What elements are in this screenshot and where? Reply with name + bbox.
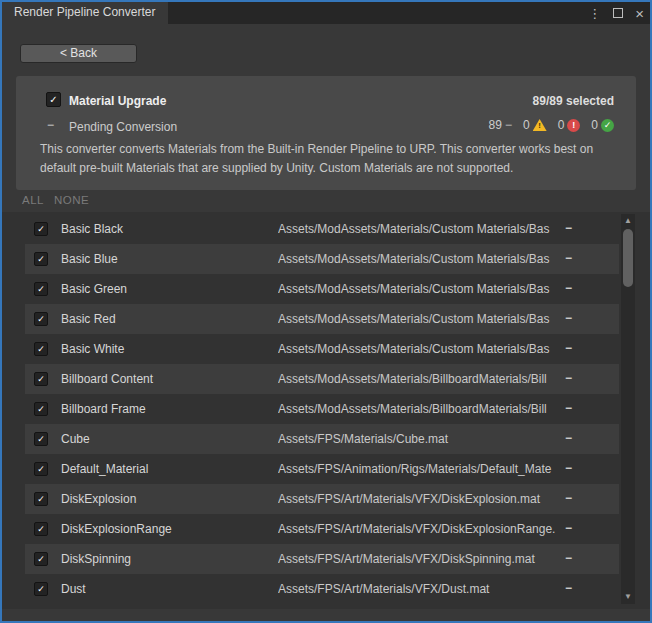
conversion-list-row[interactable]: ✓ Billboard Frame Assets/ModAssets/Mater… — [25, 394, 619, 424]
item-checkbox[interactable]: ✓ — [34, 342, 48, 356]
item-status-dash-icon: − — [565, 251, 572, 265]
maximize-icon[interactable] — [613, 8, 623, 18]
warning-count: 0 — [523, 118, 530, 132]
conversion-list-row[interactable]: ✓ Basic White Assets/ModAssets/Materials… — [25, 334, 619, 364]
item-name: Cube — [61, 432, 90, 446]
success-icon: ✓ — [601, 119, 614, 132]
converter-description: This converter converts Materials from t… — [40, 140, 616, 178]
item-path: Assets/FPS/Materials/Cube.mat — [278, 432, 556, 446]
success-count-group: 0 ✓ — [591, 118, 614, 132]
window-title: Render Pipeline Converter — [14, 5, 155, 19]
conversion-list-row[interactable]: ✓ Basic Blue Assets/ModAssets/Materials/… — [25, 244, 619, 274]
check-icon: ✓ — [37, 434, 45, 444]
item-checkbox[interactable]: ✓ — [34, 282, 48, 296]
back-button[interactable]: < Back — [20, 44, 137, 63]
check-icon: ✓ — [37, 464, 45, 474]
item-path: Assets/FPS/Art/Materials/VFX/DiskExplosi… — [278, 492, 556, 506]
window-menu-icon[interactable]: ⋮ — [588, 7, 601, 20]
check-icon: ✓ — [37, 524, 45, 534]
conversion-rows: ✓ Basic Black Assets/ModAssets/Materials… — [2, 214, 650, 604]
item-path: Assets/FPS/Art/Materials/VFX/Dust.mat — [278, 582, 556, 596]
item-name: Billboard Content — [61, 372, 153, 386]
item-name: Basic Green — [61, 282, 127, 296]
item-checkbox[interactable]: ✓ — [34, 402, 48, 416]
item-status-dash-icon: − — [565, 521, 572, 535]
item-status-dash-icon: − — [565, 221, 572, 235]
warning-count-group: 0 ! — [523, 118, 547, 132]
conversion-list-row[interactable]: ✓ Cube Assets/FPS/Materials/Cube.mat − — [25, 424, 619, 454]
item-status-dash-icon: − — [565, 281, 572, 295]
item-name: Default_Material — [61, 462, 148, 476]
item-checkbox[interactable]: ✓ — [34, 432, 48, 446]
item-path: Assets/ModAssets/Materials/Custom Materi… — [278, 282, 556, 296]
item-checkbox[interactable]: ✓ — [34, 252, 48, 266]
item-name: DiskExplosionRange — [61, 522, 172, 536]
item-checkbox[interactable]: ✓ — [34, 222, 48, 236]
select-none-button[interactable]: NONE — [54, 194, 89, 206]
conversion-list-row[interactable]: ✓ DiskExplosionRange Assets/FPS/Art/Mate… — [25, 514, 619, 544]
pending-status-icon: − — [505, 118, 512, 132]
item-status-dash-icon: − — [565, 401, 572, 415]
item-status-dash-icon: − — [565, 461, 572, 475]
item-path: Assets/ModAssets/Materials/BillboardMate… — [278, 402, 556, 416]
error-icon: ! — [567, 119, 580, 132]
converter-panel: ✓ Material Upgrade 89/89 selected − Pend… — [16, 76, 636, 190]
check-icon: ✓ — [37, 314, 45, 324]
item-checkbox[interactable]: ✓ — [34, 582, 48, 596]
conversion-list-row[interactable]: ✓ DiskSpinning Assets/FPS/Art/Materials/… — [25, 544, 619, 574]
check-icon: ✓ — [37, 584, 45, 594]
check-icon: ✓ — [37, 494, 45, 504]
conversion-status-counts: 89 − 0 ! 0 ! 0 ✓ — [478, 117, 614, 133]
item-path: Assets/ModAssets/Materials/Custom Materi… — [278, 312, 556, 326]
scroll-down-icon[interactable]: ▼ — [621, 591, 635, 603]
close-icon[interactable]: × — [635, 6, 644, 21]
item-status-dash-icon: − — [565, 431, 572, 445]
check-icon: ✓ — [49, 94, 57, 105]
warning-icon: ! — [533, 119, 547, 131]
render-pipeline-converter-window: Render Pipeline Converter ⋮ × < Back ✓ M… — [0, 0, 652, 623]
check-icon: ✓ — [37, 554, 45, 564]
item-checkbox[interactable]: ✓ — [34, 462, 48, 476]
conversion-list-row[interactable]: ✓ Basic Black Assets/ModAssets/Materials… — [25, 214, 619, 244]
success-count: 0 — [591, 118, 598, 132]
titlebar: Render Pipeline Converter ⋮ × — [2, 2, 650, 24]
item-checkbox[interactable]: ✓ — [34, 492, 48, 506]
check-icon: ✓ — [37, 404, 45, 414]
check-icon: ✓ — [37, 254, 45, 264]
pending-count-group: 89 − — [489, 118, 512, 132]
scroll-up-icon[interactable]: ▲ — [621, 215, 635, 227]
scrollbar-track[interactable]: ▲ ▼ — [621, 214, 635, 604]
scrollbar-thumb[interactable] — [623, 229, 633, 287]
item-path: Assets/ModAssets/Materials/Custom Materi… — [278, 222, 556, 236]
check-icon: ✓ — [37, 344, 45, 354]
window-tab[interactable]: Render Pipeline Converter — [2, 2, 168, 24]
error-count-group: 0 ! — [558, 118, 581, 132]
check-icon: ✓ — [37, 224, 45, 234]
item-checkbox[interactable]: ✓ — [34, 522, 48, 536]
conversion-list-row[interactable]: ✓ Dust Assets/FPS/Art/Materials/VFX/Dust… — [25, 574, 619, 604]
item-checkbox[interactable]: ✓ — [34, 312, 48, 326]
item-name: Dust — [61, 582, 86, 596]
error-count: 0 — [558, 118, 565, 132]
conversion-list-row[interactable]: ✓ Basic Green Assets/ModAssets/Materials… — [25, 274, 619, 304]
item-path: Assets/ModAssets/Materials/Custom Materi… — [278, 342, 556, 356]
converter-title: Material Upgrade — [69, 94, 166, 108]
item-path: Assets/FPS/Art/Materials/VFX/DiskSpinnin… — [278, 552, 556, 566]
conversion-list-row[interactable]: ✓ DiskExplosion Assets/FPS/Art/Materials… — [25, 484, 619, 514]
item-status-dash-icon: − — [565, 311, 572, 325]
item-name: DiskSpinning — [61, 552, 131, 566]
converter-checkbox[interactable]: ✓ — [46, 92, 61, 107]
conversion-list-row[interactable]: ✓ Default_Material Assets/FPS/Animation/… — [25, 454, 619, 484]
item-name: DiskExplosion — [61, 492, 136, 506]
conversion-list-row[interactable]: ✓ Billboard Content Assets/ModAssets/Mat… — [25, 364, 619, 394]
item-path: Assets/FPS/Art/Materials/VFX/DiskExplosi… — [278, 522, 556, 536]
item-path: Assets/ModAssets/Materials/Custom Materi… — [278, 252, 556, 266]
item-checkbox[interactable]: ✓ — [34, 372, 48, 386]
pending-count: 89 — [489, 118, 502, 132]
select-all-button[interactable]: ALL — [22, 194, 44, 206]
check-icon: ✓ — [37, 284, 45, 294]
conversion-list-row[interactable]: ✓ Basic Red Assets/ModAssets/Materials/C… — [25, 304, 619, 334]
item-name: Basic Red — [61, 312, 116, 326]
item-checkbox[interactable]: ✓ — [34, 552, 48, 566]
item-status-dash-icon: − — [565, 371, 572, 385]
